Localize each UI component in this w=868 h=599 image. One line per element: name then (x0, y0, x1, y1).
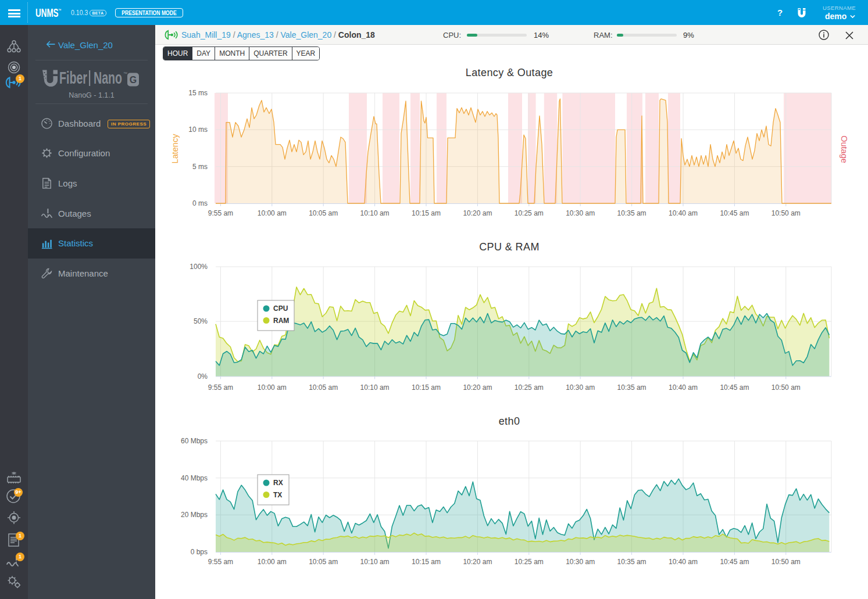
svg-text:10:25 am: 10:25 am (515, 558, 544, 566)
svg-text:Fiber: Fiber (59, 69, 87, 87)
svg-text:CPU & RAM: CPU & RAM (479, 241, 540, 253)
svg-text:CPU: CPU (273, 304, 288, 313)
svg-text:10:10 am: 10:10 am (360, 558, 390, 566)
svg-text:10:05 am: 10:05 am (309, 558, 338, 566)
svg-text:TX: TX (273, 491, 282, 499)
svg-text:10:50 am: 10:50 am (771, 558, 801, 566)
svg-text:9:55 am: 9:55 am (208, 558, 233, 566)
svg-text:Outage: Outage (840, 135, 849, 163)
svg-text:G: G (130, 75, 137, 85)
svg-text:Latency: Latency (170, 134, 180, 164)
svg-text:0%: 0% (198, 372, 208, 381)
svg-text:5 ms: 5 ms (192, 163, 208, 171)
svg-text:Nano: Nano (94, 69, 122, 87)
svg-text:10:40 am: 10:40 am (669, 209, 698, 217)
svg-text:10:35 am: 10:35 am (617, 209, 646, 217)
svg-text:10:05 am: 10:05 am (309, 209, 338, 217)
svg-text:10:10 am: 10:10 am (360, 209, 390, 217)
svg-text:10:50 am: 10:50 am (771, 209, 801, 217)
svg-text:10:30 am: 10:30 am (566, 383, 595, 392)
svg-text:60 Mbps: 60 Mbps (181, 437, 208, 445)
svg-text:10:05 am: 10:05 am (309, 383, 338, 392)
svg-text:9:55 am: 9:55 am (208, 383, 233, 392)
svg-text:10:20 am: 10:20 am (463, 558, 492, 566)
svg-text:RAM: RAM (273, 317, 289, 325)
svg-text:RX: RX (273, 479, 283, 487)
svg-text:40 Mbps: 40 Mbps (181, 474, 208, 482)
svg-text:10:40 am: 10:40 am (669, 383, 698, 392)
svg-text:10:30 am: 10:30 am (566, 558, 595, 566)
svg-text:10:00 am: 10:00 am (258, 558, 287, 566)
svg-text:eth0: eth0 (499, 415, 520, 427)
svg-text:10 ms: 10 ms (188, 125, 208, 134)
svg-text:10:25 am: 10:25 am (515, 209, 544, 217)
svg-text:™: ™ (123, 71, 127, 76)
svg-text:10:20 am: 10:20 am (463, 209, 492, 217)
svg-text:50%: 50% (194, 317, 208, 325)
svg-text:10:45 am: 10:45 am (720, 383, 749, 392)
svg-text:10:15 am: 10:15 am (412, 209, 441, 217)
svg-text:10:40 am: 10:40 am (669, 558, 698, 566)
svg-text:10:35 am: 10:35 am (617, 383, 646, 392)
svg-text:10:10 am: 10:10 am (360, 383, 390, 392)
svg-text:10:00 am: 10:00 am (258, 383, 287, 392)
svg-text:10:20 am: 10:20 am (463, 383, 492, 392)
svg-text:10:15 am: 10:15 am (412, 558, 441, 566)
svg-text:15 ms: 15 ms (188, 89, 208, 97)
svg-text:10:35 am: 10:35 am (617, 558, 646, 566)
svg-text:10:25 am: 10:25 am (515, 383, 544, 392)
svg-text:10:45 am: 10:45 am (720, 209, 749, 217)
svg-text:9:55 am: 9:55 am (208, 209, 233, 217)
svg-text:10:00 am: 10:00 am (258, 209, 287, 217)
svg-text:10:45 am: 10:45 am (720, 558, 749, 566)
svg-text:20 Mbps: 20 Mbps (181, 511, 208, 519)
svg-text:0 bps: 0 bps (191, 548, 208, 556)
svg-text:10:30 am: 10:30 am (566, 209, 595, 217)
svg-text:Latency & Outage: Latency & Outage (466, 67, 553, 78)
svg-text:10:50 am: 10:50 am (771, 383, 801, 392)
svg-text:100%: 100% (190, 263, 208, 271)
svg-text:10:15 am: 10:15 am (412, 383, 441, 392)
svg-text:0 ms: 0 ms (192, 199, 208, 207)
